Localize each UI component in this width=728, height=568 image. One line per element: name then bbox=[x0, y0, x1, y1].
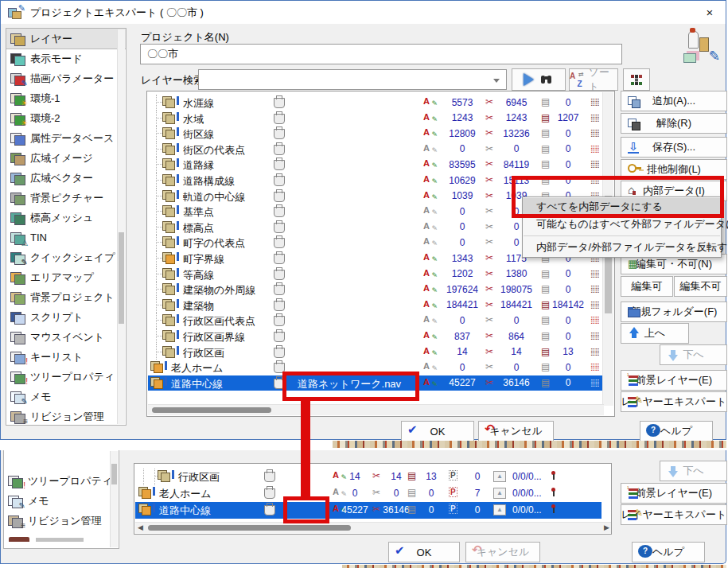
pin-icon bbox=[552, 504, 555, 513]
sidebar-item-label: 環境-2 bbox=[30, 111, 60, 126]
mouse-event-icon bbox=[10, 331, 25, 344]
menu-item[interactable]: 内部データ/外部ファイルデータを反転する bbox=[523, 239, 721, 256]
tree-row-水涯線[interactable]: 水涯線A✎5573✂6945▤0⣿⣿ bbox=[148, 95, 604, 111]
layer-name: 行政区画 bbox=[178, 470, 220, 484]
sidebar-item[interactable]: 広域イメージ bbox=[6, 148, 126, 168]
label-count-icon: A✎ bbox=[423, 314, 434, 324]
tree-row-行政区画[interactable]: 行政区画A✎14✂14▤13⣿⣿ bbox=[148, 344, 604, 360]
sidebar-item[interactable]: 表示モード bbox=[6, 49, 126, 68]
layer-name: 軌道の中心線 bbox=[183, 190, 245, 204]
tree-row-老人ホーム[interactable]: 老人ホームA✎0✂0▤0⣿⣿ bbox=[148, 360, 604, 375]
tree-row-等高線[interactable]: 等高線A✎1202✂1380▤0⣿⣿ bbox=[148, 266, 604, 282]
sidebar-item[interactable]: ✎描画パラメーター bbox=[6, 68, 126, 88]
sidebar-item[interactable]: 広域ベクター bbox=[6, 168, 126, 188]
structure-icon: ⣿⣿ bbox=[590, 113, 599, 123]
layer-name: 町字の代表点 bbox=[183, 236, 245, 251]
sidebar-item[interactable]: !ツリープロパティ bbox=[6, 367, 126, 387]
search-execute-button[interactable] bbox=[512, 68, 566, 91]
tree-row-水域[interactable]: 水域A✎1243✂1243▤1207⣿⣿ bbox=[148, 111, 604, 126]
tree-row-行政区画[interactable]: 行政区画A✎14✂14▤13P0▲0/0/0... bbox=[135, 469, 601, 485]
tree-horizontal-scrollbar[interactable]: ◀ ▶ bbox=[135, 522, 612, 533]
bucket-icon bbox=[264, 472, 275, 482]
sidebar-item[interactable]: ≡リビジョン管理 bbox=[4, 511, 119, 531]
sidebar-item[interactable]: △TIN bbox=[6, 228, 126, 247]
project-name-input[interactable]: 〇〇市 bbox=[140, 44, 622, 64]
sidebar-item[interactable]: エリアマップ bbox=[6, 267, 126, 287]
sidebar-item-label: レイヤー bbox=[30, 32, 72, 46]
draw-parameters-icon: ✎ bbox=[10, 72, 25, 85]
tree-row-街区線[interactable]: 街区線A✎12809✂13236▤0⣿⣿ bbox=[148, 126, 604, 142]
sidebar-item[interactable]: ✎メモ bbox=[4, 491, 119, 511]
sidebar-item[interactable]: ✎メモ bbox=[6, 387, 126, 407]
ok-button[interactable]: ✔OK bbox=[388, 542, 460, 562]
up-button[interactable]: 上へ bbox=[621, 323, 689, 344]
tree-row-街区の代表点[interactable]: 街区の代表点A✎0✂0▤0⣿⣿ bbox=[148, 142, 604, 158]
sidebar-item[interactable]: マウスイベント bbox=[6, 327, 126, 347]
sidebar-scrollbar[interactable] bbox=[117, 29, 125, 424]
layerexp-button[interactable]: ✎レイヤーエキスパート bbox=[621, 504, 727, 525]
fglayer-button[interactable]: ¹前景レイヤー(E) bbox=[621, 483, 727, 504]
sidebar-item[interactable]: ≡リビジョン管理 bbox=[6, 407, 126, 426]
internal-data-count: 0 bbox=[546, 268, 590, 279]
structure-icon: ⣿⣿ bbox=[590, 97, 599, 107]
sidebar-item[interactable]: ✎クイックシェイプ bbox=[6, 247, 126, 267]
layer-name: 行政区画代表点 bbox=[183, 314, 255, 329]
sidebar-item[interactable]: スクリプト bbox=[6, 307, 126, 327]
editng-button[interactable]: 編集不可 bbox=[674, 276, 727, 297]
tree-row-行政区画代表点[interactable]: 行政区画代表点A✎0✂0▤0⣿⣿ bbox=[148, 313, 604, 329]
tree-row-老人ホーム[interactable]: 老人ホームA✎0✂0▤0P7▲0/0/0... bbox=[135, 485, 601, 502]
sort-az-icon: AZ⇄ bbox=[570, 73, 582, 87]
remove-button[interactable]: 解除(R) bbox=[621, 113, 727, 134]
label-count-icon: A✎ bbox=[423, 143, 434, 153]
lock-button[interactable]: 排他制御(L) bbox=[621, 159, 727, 180]
sidebar-item[interactable]: 属性データベース bbox=[6, 128, 126, 148]
help-button[interactable]: ?ヘルプ bbox=[640, 421, 713, 442]
scroll-right-icon[interactable]: ▶ bbox=[604, 523, 609, 531]
sidebar-item[interactable]: ☀環境-1 bbox=[6, 88, 126, 108]
add-button[interactable]: 追加(A)... bbox=[621, 91, 727, 111]
structure-icon: ⣿⣿ bbox=[590, 175, 599, 185]
layerexp-button[interactable]: ✎レイヤーエキスパート bbox=[621, 391, 727, 412]
check-icon: ✔ bbox=[395, 543, 409, 556]
cancel-button[interactable]: ↶キャンセル bbox=[478, 421, 554, 442]
menu-item[interactable]: 可能なものはすべて外部ファイルデータにする bbox=[523, 216, 721, 233]
sidebar-item[interactable]: レイヤー bbox=[6, 29, 126, 49]
house-icon: ⌂ bbox=[627, 185, 641, 197]
help-button[interactable]: ?ヘルプ bbox=[632, 542, 705, 562]
save-button[interactable]: ⇩保存(S)... bbox=[621, 137, 727, 158]
arc-count: 14 bbox=[492, 346, 541, 357]
label-count: 10629 bbox=[434, 175, 490, 186]
tree-row-道路構成線[interactable]: 道路構成線A✎10629✂15113▤0⣿⣿ bbox=[148, 173, 604, 189]
sidebar-scrollbar[interactable] bbox=[110, 451, 118, 547]
sidebar-item[interactable]: 背景プロジェクト bbox=[6, 287, 126, 307]
sidebar-item[interactable]: !キーリスト bbox=[6, 347, 126, 367]
tree-row-道路縁[interactable]: 道路縁A✎83595✂84119▤0⣿⣿ bbox=[148, 157, 604, 173]
label-count: 45227 bbox=[339, 504, 371, 515]
bucket-icon bbox=[274, 223, 285, 233]
structure-icon: ⣿⣿ bbox=[590, 284, 599, 294]
sidebar-item[interactable]: ☀環境-2 bbox=[6, 108, 126, 128]
tree-row-道路中心線[interactable]: 道路中心線道路ネットワーク.navA✎45227✂36146▤0⣿⣿ bbox=[148, 375, 604, 391]
scroll-left-icon[interactable]: ◀ bbox=[138, 523, 143, 531]
sidebar-item[interactable]: 標高メッシュ bbox=[6, 208, 126, 228]
tree-row-行政区画界線[interactable]: 行政区画界線A✎837✂864▤0⣿⣿ bbox=[148, 329, 604, 344]
menu-item[interactable]: すべてを内部データにする bbox=[523, 198, 721, 216]
point-count: 7 bbox=[461, 488, 493, 499]
tree-row-道路中心線[interactable]: 道路中心線A✎45227✂36146▤0P0▲0/0/0... bbox=[135, 502, 601, 519]
sidebar-item[interactable]: !ツリープロパティ bbox=[4, 471, 119, 491]
fglayer-button[interactable]: ¹前景レイヤー(E) bbox=[621, 370, 727, 391]
tree-row-建築物の外周線[interactable]: 建築物の外周線A✎197624✂198075▤0⣿⣿ bbox=[148, 282, 604, 298]
arc-count: 1243 bbox=[492, 112, 541, 123]
tree-horizontal-scrollbar[interactable] bbox=[148, 404, 604, 415]
sidebar-item[interactable]: 背景ピクチャー bbox=[6, 188, 126, 208]
copy-remove-icon bbox=[627, 117, 641, 130]
newfolder-button[interactable]: 新規フォルダー(F) bbox=[621, 302, 727, 322]
view-style-button[interactable] bbox=[623, 68, 650, 91]
ok-button[interactable]: ✔OK bbox=[401, 421, 474, 442]
editok-button[interactable]: 編集可 bbox=[621, 276, 673, 297]
layer-search-combo[interactable] bbox=[198, 69, 507, 90]
sort-button[interactable]: AZ⇄ ソート bbox=[569, 68, 618, 91]
close-button[interactable]: × bbox=[694, 6, 726, 19]
arc-count: 0 bbox=[492, 362, 541, 373]
tree-row-建築物[interactable]: 建築物A✎184421✂184421▤184142⣿⣿ bbox=[148, 298, 604, 313]
